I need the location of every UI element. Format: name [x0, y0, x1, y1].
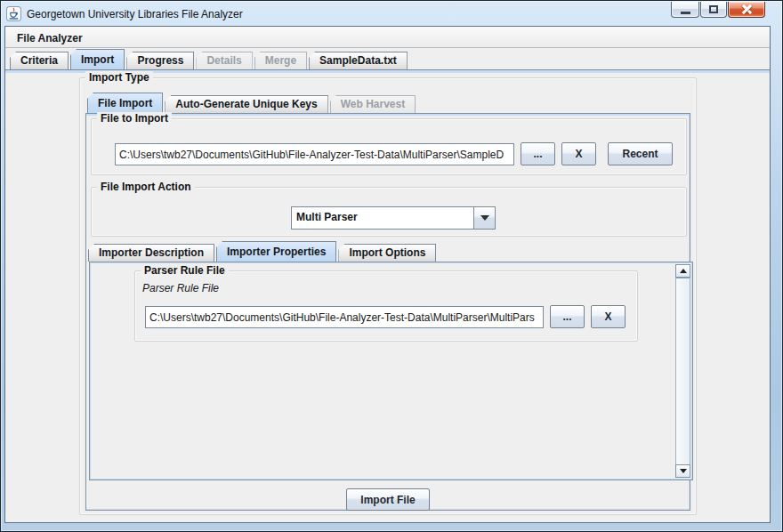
parser-rule-file-group: Parser Rule File Parser Rule File ... X: [134, 270, 638, 342]
window-title: Georgetown University Libraries File Ana…: [27, 8, 243, 20]
import-action-selected-value: Multi Parser: [292, 207, 473, 229]
menu-file-analyzer[interactable]: File Analyzer: [12, 28, 88, 49]
main-tab-strip: Criteria Import Progress Details Merge S…: [5, 49, 770, 69]
file-import-action-group: File Import Action Multi Parser: [91, 187, 687, 237]
importer-tab-strip: Importer Description Importer Properties…: [88, 243, 436, 262]
tab-merge: Merge: [254, 52, 307, 69]
tab-importer-properties[interactable]: Importer Properties: [216, 241, 336, 262]
parser-rule-file-path-input[interactable]: [145, 306, 544, 328]
parser-rule-file-group-title: Parser Rule File: [141, 264, 229, 278]
chevron-down-icon: [480, 215, 489, 221]
file-to-import-title: File to Import: [97, 112, 172, 125]
close-button[interactable]: [728, 2, 765, 18]
browse-file-button[interactable]: ...: [521, 142, 555, 165]
tab-progress[interactable]: Progress: [126, 52, 194, 69]
menu-bar: File Analyzer: [5, 27, 770, 48]
tab-file-import[interactable]: File Import: [87, 93, 163, 113]
parser-rule-file-label: Parser Rule File: [142, 282, 219, 294]
scroll-up-button[interactable]: [675, 264, 690, 278]
minimize-button[interactable]: [671, 2, 699, 18]
tab-import-options[interactable]: Import Options: [338, 244, 436, 262]
clear-file-button[interactable]: X: [561, 142, 596, 165]
tab-import[interactable]: Import: [70, 49, 125, 69]
window-controls: [670, 2, 765, 18]
scroll-down-button[interactable]: [675, 464, 690, 478]
tab-importer-description[interactable]: Importer Description: [88, 244, 214, 262]
close-icon: [741, 4, 753, 15]
arrow-up-icon: [680, 269, 687, 273]
tab-criteria[interactable]: Criteria: [10, 52, 69, 69]
tab-web-harvest: Web Harvest: [330, 95, 416, 113]
minimize-icon: [681, 12, 690, 14]
import-type-group-title: Import Type: [85, 71, 153, 85]
file-import-tab-content: File to Import ... X Recent File Import …: [85, 113, 690, 511]
tab-details: Details: [196, 52, 252, 69]
app-window: Georgetown University Libraries File Ana…: [0, 0, 783, 532]
import-type-group: Import Type File Import Auto-Generate Un…: [79, 77, 697, 515]
recent-files-button[interactable]: Recent: [608, 142, 673, 165]
tab-sampledata[interactable]: SampleData.txt: [309, 52, 408, 69]
file-to-import-group: File to Import ... X Recent: [91, 118, 687, 175]
file-import-action-title: File Import Action: [97, 181, 195, 194]
maximize-icon: [709, 5, 718, 13]
title-bar: Georgetown University Libraries File Ana…: [6, 4, 675, 23]
tab-auto-generate-unique-keys[interactable]: Auto-Generate Unique Keys: [165, 95, 327, 113]
import-file-button[interactable]: Import File: [346, 488, 430, 511]
java-app-icon: [6, 6, 21, 21]
arrow-down-icon: [680, 469, 687, 473]
combobox-dropdown-button[interactable]: [473, 207, 495, 229]
import-tab-content: Import Type File Import Auto-Generate Un…: [5, 69, 770, 522]
importer-properties-panel: Parser Rule File Parser Rule File ... X: [89, 262, 693, 480]
vertical-scrollbar[interactable]: [675, 264, 690, 478]
import-action-combobox[interactable]: Multi Parser: [291, 206, 496, 230]
file-to-import-path-input[interactable]: [115, 143, 514, 165]
clear-rule-file-button[interactable]: X: [591, 305, 626, 328]
browse-rule-file-button[interactable]: ...: [550, 305, 585, 328]
maximize-button[interactable]: [700, 2, 727, 18]
import-type-tab-strip: File Import Auto-Generate Unique Keys We…: [87, 94, 416, 113]
scrollbar-thumb[interactable]: [676, 278, 690, 465]
client-area: File Analyzer Criteria Import Progress D…: [4, 26, 771, 523]
